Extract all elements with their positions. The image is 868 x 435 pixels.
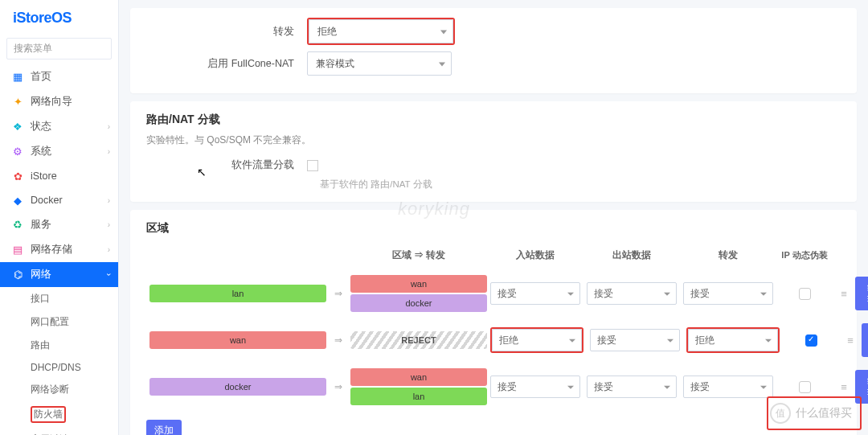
zone-fwd-select[interactable]: 接受 [683, 375, 773, 398]
edit-cell: 编辑 [855, 277, 868, 310]
nav-services[interactable]: ♻服务› [0, 212, 118, 237]
col-output: 出站数据 [583, 248, 680, 262]
edit-button[interactable]: 编辑 [855, 277, 868, 310]
footer-text: 什么值得买 [796, 406, 852, 421]
sidebar: iStoreOS 搜索菜单 ▦首页 ✦网络向导 ❖状态› ⚙系统› ✿iStor… [0, 0, 119, 435]
nav-label: 服务 [31, 218, 51, 232]
zone-row: wan⇒REJECT拒绝接受拒绝≡编辑 [146, 318, 841, 362]
status-icon: ❖ [11, 121, 24, 133]
zone-out-select[interactable]: 接受 [587, 375, 677, 398]
masq-cell [776, 380, 833, 393]
subnav-interfaces[interactable]: 接口 [11, 287, 118, 310]
docker-icon: ◆ [11, 194, 24, 207]
zone-row: docker⇒wanlan接受接受接受≡编辑 [146, 362, 841, 412]
zone-in-select[interactable]: 接受 [490, 375, 580, 398]
zone-select-cell: 接受 [587, 329, 683, 351]
zones-card: 区域 区域 ⇒ 转发 入站数据 出站数据 转发 IP 动态伪装 lan⇒wand… [130, 210, 857, 435]
istore-icon: ✿ [11, 170, 24, 183]
masq-cell [776, 287, 833, 300]
nav-storage[interactable]: ▤网络存储› [0, 237, 118, 262]
footer-watermark: 值 什么值得买 [767, 396, 862, 430]
nav-wizard[interactable]: ✦网络向导 [0, 89, 118, 114]
zone-select-cell: 接受 [487, 375, 583, 398]
subnav-ports[interactable]: 网口配置 [11, 310, 118, 334]
nav-label: Docker [31, 195, 63, 206]
drag-handle-icon[interactable]: ≡ [841, 288, 847, 300]
arrow-icon: ⇒ [326, 288, 350, 299]
arrow-icon: ⇒ [326, 381, 350, 392]
nav-label: 网络 [31, 268, 51, 281]
zone-dest: REJECT [350, 330, 487, 351]
zones-header: 区域 ⇒ 转发 入站数据 出站数据 转发 IP 动态伪装 [146, 242, 841, 269]
edit-button[interactable]: 编辑 [862, 323, 868, 357]
add-zone-button[interactable]: 添加 [146, 420, 182, 435]
zone-in-select[interactable]: 拒绝 [492, 329, 582, 351]
subnav-diag[interactable]: 网络诊断 [11, 378, 118, 401]
chevron-right-icon: › [108, 122, 110, 131]
zone-pill: REJECT [350, 331, 487, 349]
nav-label: 网络向导 [31, 95, 72, 109]
zone-dest: wandocker [350, 273, 487, 314]
edit-cell: 编辑 [862, 323, 868, 357]
masq-checkbox[interactable] [799, 381, 811, 393]
nav-label: iStore [31, 170, 57, 182]
offload-desc: 实验特性。与 QoS/SQM 不完全兼容。 [146, 133, 841, 147]
zone-fwd-select[interactable]: 接受 [683, 282, 773, 305]
nav-system[interactable]: ⚙系统› [0, 139, 118, 164]
network-icon: ⌬ [11, 269, 24, 281]
subnav-dhcp[interactable]: DHCP/DNS [11, 357, 118, 378]
select-wrap: 接受 [590, 329, 680, 351]
services-icon: ♻ [11, 219, 24, 232]
nav-status[interactable]: ❖状态› [0, 114, 118, 139]
zones-table: 区域 ⇒ 转发 入站数据 出站数据 转发 IP 动态伪装 lan⇒wandock… [146, 242, 841, 412]
search-input[interactable]: 搜索菜单 [6, 38, 112, 60]
nav-label: 状态 [31, 120, 51, 133]
subnav-filter[interactable]: 应用过滤 [11, 428, 118, 435]
nav-label: 系统 [31, 145, 51, 158]
zone-pill: docker [149, 378, 326, 396]
footer-logo: 值 [770, 403, 791, 424]
zone-select-cell: 接受 [583, 375, 680, 398]
nav-label: 首页 [31, 70, 51, 84]
softflow-label: 软件流量分载 [146, 158, 307, 172]
nav-network[interactable]: ⌬网络› [0, 262, 118, 287]
subnav-route[interactable]: 路由 [11, 334, 118, 357]
drag-handle-icon[interactable]: ≡ [841, 381, 847, 393]
zone-pill: lan [350, 388, 487, 405]
chevron-right-icon: › [108, 147, 110, 156]
form-row-fullcone: 启用 FullCone-NAT 兼容模式 [146, 51, 841, 76]
nav-docker[interactable]: ◆Docker› [0, 188, 118, 212]
zone-pill: lan [149, 285, 326, 302]
chevron-right-icon: › [108, 245, 110, 254]
zone-select-cell: 接受 [680, 375, 776, 398]
zone-fwd-select[interactable]: 拒绝 [688, 329, 778, 351]
drag-handle-icon[interactable]: ≡ [847, 334, 854, 347]
masq-checkbox[interactable] [799, 288, 811, 300]
subnav-firewall[interactable]: 防火墙 [11, 401, 118, 428]
col-forward: 转发 [680, 248, 776, 262]
forward-select-wrap: 拒绝 [307, 18, 455, 45]
defaults-card: 转发 拒绝 启用 FullCone-NAT 兼容模式 [130, 8, 857, 93]
masq-cell [783, 334, 839, 347]
select-wrap: 接受 [587, 282, 677, 305]
nav-home[interactable]: ▦首页 [0, 64, 118, 89]
softflow-checkbox[interactable] [307, 160, 318, 171]
select-wrap: 接受 [490, 282, 580, 305]
chevron-down-icon: › [104, 273, 113, 276]
forward-select[interactable]: 拒绝 [309, 19, 453, 43]
col-zonefwd: 区域 ⇒ 转发 [350, 248, 487, 262]
chevron-right-icon: › [108, 220, 110, 229]
masq-checkbox[interactable] [805, 334, 817, 347]
zone-pill: wan [350, 368, 487, 386]
zone-out-select[interactable]: 接受 [590, 329, 680, 351]
fullcone-select[interactable]: 兼容模式 [307, 51, 452, 76]
zone-out-select[interactable]: 接受 [587, 282, 677, 305]
nav-istore[interactable]: ✿iStore [0, 164, 118, 188]
zone-src: wan [149, 330, 326, 351]
select-wrap: 接受 [490, 375, 580, 398]
zone-in-select[interactable]: 接受 [490, 282, 580, 305]
nav-label: 网络存储 [31, 243, 72, 256]
zone-select-cell: 接受 [680, 282, 776, 305]
offload-title: 路由/NAT 分载 [146, 113, 841, 127]
col-input: 入站数据 [487, 248, 583, 262]
